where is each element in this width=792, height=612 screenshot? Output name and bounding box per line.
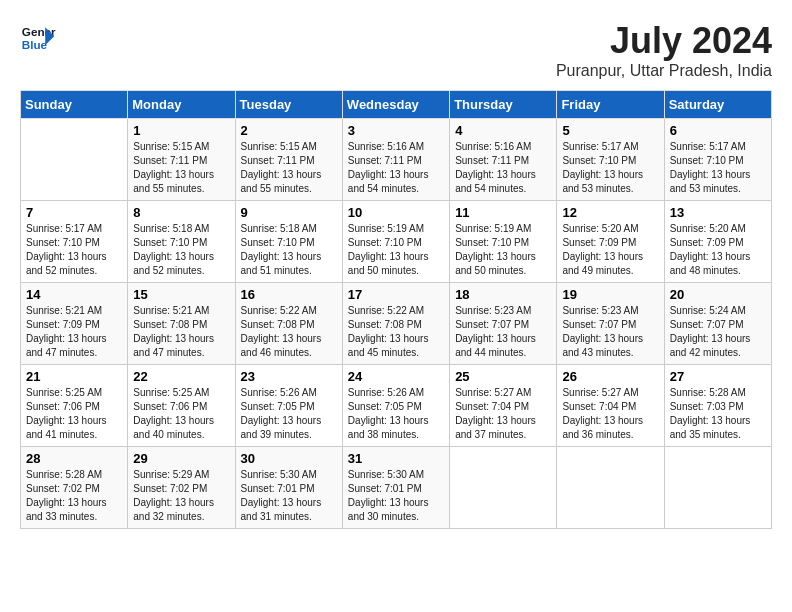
day-cell: 21 Sunrise: 5:25 AM Sunset: 7:06 PM Dayl… <box>21 365 128 447</box>
location-title: Puranpur, Uttar Pradesh, India <box>556 62 772 80</box>
day-cell: 2 Sunrise: 5:15 AM Sunset: 7:11 PM Dayli… <box>235 119 342 201</box>
day-info: Sunrise: 5:23 AM Sunset: 7:07 PM Dayligh… <box>562 304 658 360</box>
day-info: Sunrise: 5:25 AM Sunset: 7:06 PM Dayligh… <box>133 386 229 442</box>
day-cell: 16 Sunrise: 5:22 AM Sunset: 7:08 PM Dayl… <box>235 283 342 365</box>
day-info: Sunrise: 5:21 AM Sunset: 7:08 PM Dayligh… <box>133 304 229 360</box>
day-info: Sunrise: 5:18 AM Sunset: 7:10 PM Dayligh… <box>133 222 229 278</box>
day-number: 15 <box>133 287 229 302</box>
day-cell: 20 Sunrise: 5:24 AM Sunset: 7:07 PM Dayl… <box>664 283 771 365</box>
day-info: Sunrise: 5:17 AM Sunset: 7:10 PM Dayligh… <box>562 140 658 196</box>
day-number: 14 <box>26 287 122 302</box>
day-info: Sunrise: 5:26 AM Sunset: 7:05 PM Dayligh… <box>241 386 337 442</box>
day-number: 6 <box>670 123 766 138</box>
day-info: Sunrise: 5:25 AM Sunset: 7:06 PM Dayligh… <box>26 386 122 442</box>
day-number: 13 <box>670 205 766 220</box>
day-cell: 10 Sunrise: 5:19 AM Sunset: 7:10 PM Dayl… <box>342 201 449 283</box>
calendar-table: SundayMondayTuesdayWednesdayThursdayFrid… <box>20 90 772 529</box>
day-number: 27 <box>670 369 766 384</box>
day-number: 25 <box>455 369 551 384</box>
day-cell: 12 Sunrise: 5:20 AM Sunset: 7:09 PM Dayl… <box>557 201 664 283</box>
week-row-2: 7 Sunrise: 5:17 AM Sunset: 7:10 PM Dayli… <box>21 201 772 283</box>
day-number: 1 <box>133 123 229 138</box>
day-number: 26 <box>562 369 658 384</box>
day-cell: 28 Sunrise: 5:28 AM Sunset: 7:02 PM Dayl… <box>21 447 128 529</box>
day-info: Sunrise: 5:26 AM Sunset: 7:05 PM Dayligh… <box>348 386 444 442</box>
week-row-5: 28 Sunrise: 5:28 AM Sunset: 7:02 PM Dayl… <box>21 447 772 529</box>
day-number: 7 <box>26 205 122 220</box>
day-cell: 24 Sunrise: 5:26 AM Sunset: 7:05 PM Dayl… <box>342 365 449 447</box>
day-cell: 18 Sunrise: 5:23 AM Sunset: 7:07 PM Dayl… <box>450 283 557 365</box>
day-cell: 31 Sunrise: 5:30 AM Sunset: 7:01 PM Dayl… <box>342 447 449 529</box>
day-cell: 11 Sunrise: 5:19 AM Sunset: 7:10 PM Dayl… <box>450 201 557 283</box>
day-number: 10 <box>348 205 444 220</box>
day-info: Sunrise: 5:17 AM Sunset: 7:10 PM Dayligh… <box>670 140 766 196</box>
day-info: Sunrise: 5:30 AM Sunset: 7:01 PM Dayligh… <box>241 468 337 524</box>
day-cell: 22 Sunrise: 5:25 AM Sunset: 7:06 PM Dayl… <box>128 365 235 447</box>
day-cell: 17 Sunrise: 5:22 AM Sunset: 7:08 PM Dayl… <box>342 283 449 365</box>
day-info: Sunrise: 5:18 AM Sunset: 7:10 PM Dayligh… <box>241 222 337 278</box>
day-cell <box>557 447 664 529</box>
page-header: General Blue July 2024 Puranpur, Uttar P… <box>20 20 772 80</box>
day-number: 30 <box>241 451 337 466</box>
day-cell: 30 Sunrise: 5:30 AM Sunset: 7:01 PM Dayl… <box>235 447 342 529</box>
day-cell: 15 Sunrise: 5:21 AM Sunset: 7:08 PM Dayl… <box>128 283 235 365</box>
day-cell: 5 Sunrise: 5:17 AM Sunset: 7:10 PM Dayli… <box>557 119 664 201</box>
day-cell: 29 Sunrise: 5:29 AM Sunset: 7:02 PM Dayl… <box>128 447 235 529</box>
header-saturday: Saturday <box>664 91 771 119</box>
header-wednesday: Wednesday <box>342 91 449 119</box>
day-info: Sunrise: 5:22 AM Sunset: 7:08 PM Dayligh… <box>241 304 337 360</box>
calendar-header-row: SundayMondayTuesdayWednesdayThursdayFrid… <box>21 91 772 119</box>
day-number: 19 <box>562 287 658 302</box>
day-cell: 6 Sunrise: 5:17 AM Sunset: 7:10 PM Dayli… <box>664 119 771 201</box>
day-cell: 8 Sunrise: 5:18 AM Sunset: 7:10 PM Dayli… <box>128 201 235 283</box>
logo-icon: General Blue <box>20 20 56 56</box>
day-cell: 14 Sunrise: 5:21 AM Sunset: 7:09 PM Dayl… <box>21 283 128 365</box>
day-info: Sunrise: 5:24 AM Sunset: 7:07 PM Dayligh… <box>670 304 766 360</box>
day-cell: 4 Sunrise: 5:16 AM Sunset: 7:11 PM Dayli… <box>450 119 557 201</box>
day-number: 11 <box>455 205 551 220</box>
day-cell: 7 Sunrise: 5:17 AM Sunset: 7:10 PM Dayli… <box>21 201 128 283</box>
day-info: Sunrise: 5:22 AM Sunset: 7:08 PM Dayligh… <box>348 304 444 360</box>
header-monday: Monday <box>128 91 235 119</box>
day-info: Sunrise: 5:15 AM Sunset: 7:11 PM Dayligh… <box>133 140 229 196</box>
day-info: Sunrise: 5:19 AM Sunset: 7:10 PM Dayligh… <box>455 222 551 278</box>
title-area: July 2024 Puranpur, Uttar Pradesh, India <box>556 20 772 80</box>
day-cell: 13 Sunrise: 5:20 AM Sunset: 7:09 PM Dayl… <box>664 201 771 283</box>
day-cell: 25 Sunrise: 5:27 AM Sunset: 7:04 PM Dayl… <box>450 365 557 447</box>
day-number: 12 <box>562 205 658 220</box>
day-info: Sunrise: 5:16 AM Sunset: 7:11 PM Dayligh… <box>455 140 551 196</box>
svg-text:Blue: Blue <box>22 38 48 51</box>
day-cell: 26 Sunrise: 5:27 AM Sunset: 7:04 PM Dayl… <box>557 365 664 447</box>
day-info: Sunrise: 5:23 AM Sunset: 7:07 PM Dayligh… <box>455 304 551 360</box>
week-row-4: 21 Sunrise: 5:25 AM Sunset: 7:06 PM Dayl… <box>21 365 772 447</box>
week-row-1: 1 Sunrise: 5:15 AM Sunset: 7:11 PM Dayli… <box>21 119 772 201</box>
header-thursday: Thursday <box>450 91 557 119</box>
day-cell <box>450 447 557 529</box>
day-cell: 27 Sunrise: 5:28 AM Sunset: 7:03 PM Dayl… <box>664 365 771 447</box>
day-number: 5 <box>562 123 658 138</box>
day-info: Sunrise: 5:20 AM Sunset: 7:09 PM Dayligh… <box>562 222 658 278</box>
day-info: Sunrise: 5:21 AM Sunset: 7:09 PM Dayligh… <box>26 304 122 360</box>
header-sunday: Sunday <box>21 91 128 119</box>
day-number: 28 <box>26 451 122 466</box>
day-number: 23 <box>241 369 337 384</box>
day-number: 29 <box>133 451 229 466</box>
day-info: Sunrise: 5:16 AM Sunset: 7:11 PM Dayligh… <box>348 140 444 196</box>
day-info: Sunrise: 5:27 AM Sunset: 7:04 PM Dayligh… <box>455 386 551 442</box>
day-info: Sunrise: 5:17 AM Sunset: 7:10 PM Dayligh… <box>26 222 122 278</box>
day-info: Sunrise: 5:29 AM Sunset: 7:02 PM Dayligh… <box>133 468 229 524</box>
day-number: 22 <box>133 369 229 384</box>
calendar-body: 1 Sunrise: 5:15 AM Sunset: 7:11 PM Dayli… <box>21 119 772 529</box>
day-number: 16 <box>241 287 337 302</box>
day-number: 18 <box>455 287 551 302</box>
day-number: 21 <box>26 369 122 384</box>
logo: General Blue <box>20 20 56 56</box>
day-info: Sunrise: 5:15 AM Sunset: 7:11 PM Dayligh… <box>241 140 337 196</box>
day-info: Sunrise: 5:27 AM Sunset: 7:04 PM Dayligh… <box>562 386 658 442</box>
day-cell: 1 Sunrise: 5:15 AM Sunset: 7:11 PM Dayli… <box>128 119 235 201</box>
day-number: 17 <box>348 287 444 302</box>
day-number: 3 <box>348 123 444 138</box>
day-number: 31 <box>348 451 444 466</box>
day-number: 9 <box>241 205 337 220</box>
day-number: 20 <box>670 287 766 302</box>
